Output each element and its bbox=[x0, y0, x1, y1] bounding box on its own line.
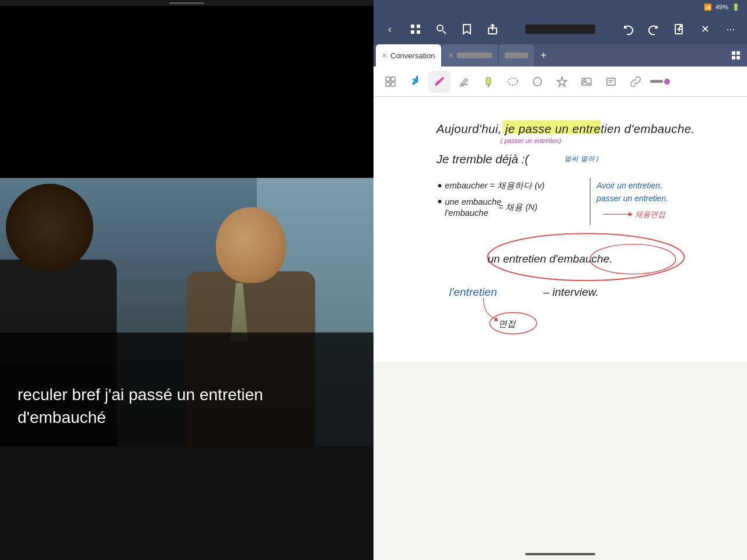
pen-tool[interactable] bbox=[428, 71, 451, 93]
svg-rect-0 bbox=[411, 24, 414, 28]
bookmark-button[interactable] bbox=[456, 19, 477, 40]
note-bottom-area bbox=[374, 362, 747, 560]
bluetooth-indicator bbox=[404, 71, 426, 93]
svg-text:une embauche: une embauche bbox=[445, 197, 501, 206]
link-tool[interactable] bbox=[624, 71, 647, 93]
image-tool[interactable] bbox=[575, 71, 598, 93]
svg-rect-13 bbox=[736, 56, 740, 60]
grid-button[interactable] bbox=[405, 19, 426, 40]
close-button[interactable]: ✕ bbox=[694, 19, 715, 40]
svg-point-4 bbox=[437, 25, 443, 31]
wifi-icon: 📶 bbox=[704, 4, 712, 11]
svg-text:Avoir un entretien.: Avoir un entretien. bbox=[596, 181, 662, 190]
tab-bar: ✕ Conversation ✕ + bbox=[374, 44, 747, 66]
subtitle-bar: reculer bref j'ai passé un entretien d'e… bbox=[0, 332, 374, 446]
svg-rect-26 bbox=[607, 78, 615, 85]
undo-button[interactable] bbox=[617, 19, 638, 40]
nav-title-redacted bbox=[525, 24, 595, 34]
svg-point-22 bbox=[508, 78, 518, 85]
battery-icon: 🔋 bbox=[732, 4, 740, 11]
svg-rect-12 bbox=[732, 56, 735, 60]
svg-text:면접: 면접 bbox=[498, 319, 516, 328]
color-picker[interactable] bbox=[649, 71, 671, 93]
svg-rect-17 bbox=[391, 82, 395, 86]
redo-button[interactable] bbox=[643, 19, 664, 40]
toolbar bbox=[374, 66, 747, 97]
drag-indicator bbox=[169, 2, 204, 4]
svg-point-37 bbox=[438, 200, 442, 203]
svg-marker-44 bbox=[629, 212, 633, 216]
svg-text:( passer un entretien): ( passer un entretien) bbox=[500, 137, 561, 144]
back-button[interactable]: ‹ bbox=[379, 19, 400, 40]
home-indicator bbox=[525, 553, 595, 555]
search-button[interactable] bbox=[431, 19, 452, 40]
status-bar: 📶 49% 🔋 bbox=[374, 0, 747, 14]
svg-point-35 bbox=[438, 184, 442, 187]
eraser-tool[interactable] bbox=[453, 71, 475, 93]
tab-grid-button[interactable] bbox=[727, 44, 745, 66]
tab-3-label-bar bbox=[505, 52, 528, 58]
svg-text:passer un entretien.: passer un entretien. bbox=[596, 194, 668, 203]
tab-add-button[interactable]: + bbox=[535, 44, 553, 66]
svg-rect-14 bbox=[386, 77, 390, 81]
tab-close-conversation[interactable]: ✕ bbox=[382, 52, 387, 60]
video-top-bar bbox=[0, 0, 374, 6]
more-button[interactable]: ··· bbox=[720, 19, 741, 40]
tab-2-label-bar bbox=[457, 52, 492, 58]
video-scene: reculer bref j'ai passé un entretien d'e… bbox=[0, 178, 374, 446]
svg-text:l'embauche: l'embauche bbox=[445, 208, 488, 218]
svg-rect-16 bbox=[386, 82, 390, 86]
tab-close-2[interactable]: ✕ bbox=[448, 52, 453, 60]
tab-conversation[interactable]: ✕ Conversation bbox=[376, 44, 441, 66]
svg-rect-10 bbox=[732, 51, 735, 55]
nav-bar: ‹ bbox=[374, 14, 747, 44]
share-button[interactable] bbox=[482, 19, 503, 40]
svg-text:l'entretien: l'entretien bbox=[449, 285, 497, 298]
svg-text:= 채용 (N): = 채용 (N) bbox=[498, 202, 537, 212]
svg-point-23 bbox=[533, 78, 542, 86]
tab-2[interactable]: ✕ bbox=[442, 44, 498, 66]
svg-text:채용면접: 채용면접 bbox=[635, 210, 666, 219]
svg-rect-3 bbox=[417, 30, 420, 34]
note-canvas: Aujourd'hui, je passe un entretien d'emb… bbox=[374, 97, 747, 362]
svg-text:Je tremble déjà :(: Je tremble déjà :( bbox=[436, 152, 530, 166]
add-page-button[interactable] bbox=[669, 19, 690, 40]
svg-rect-15 bbox=[391, 77, 395, 81]
video-panel: reculer bref j'ai passé un entretien d'e… bbox=[0, 0, 374, 560]
svg-line-5 bbox=[443, 31, 446, 34]
svg-rect-20 bbox=[486, 78, 491, 85]
selection-tool[interactable] bbox=[502, 71, 524, 93]
tab-3[interactable] bbox=[499, 44, 534, 66]
textbox-tool[interactable] bbox=[600, 71, 622, 93]
svg-rect-2 bbox=[411, 30, 414, 34]
highlighter-tool[interactable] bbox=[477, 71, 500, 93]
smart-tool[interactable] bbox=[551, 71, 573, 93]
nav-title-area bbox=[525, 24, 595, 34]
person-left-head bbox=[6, 184, 93, 271]
svg-text:embaucher = 채용하다 (v): embaucher = 채용하다 (v) bbox=[445, 181, 544, 190]
svg-text:벌써 떨려 ): 벌써 떨려 ) bbox=[564, 155, 599, 162]
person-right-head bbox=[216, 207, 286, 283]
battery-status: 49% bbox=[715, 4, 728, 10]
lasso-tool[interactable] bbox=[379, 71, 402, 93]
svg-marker-51 bbox=[494, 317, 498, 321]
note-app-panel: 📶 49% 🔋 ‹ bbox=[374, 0, 747, 560]
svg-rect-11 bbox=[736, 51, 740, 55]
video-black-area bbox=[0, 6, 374, 178]
svg-text:– interview.: – interview. bbox=[543, 285, 599, 298]
svg-rect-1 bbox=[417, 24, 420, 28]
svg-text:Aujourd'hui, je passe un entre: Aujourd'hui, je passe un entretien d'emb… bbox=[435, 122, 695, 135]
subtitle-text: reculer bref j'ai passé un entretien d'e… bbox=[18, 383, 356, 429]
svg-text:un entretien d'embauche.: un entretien d'embauche. bbox=[488, 253, 613, 265]
note-content: Aujourd'hui, je passe un entretien d'emb… bbox=[374, 97, 747, 362]
shapes-tool[interactable] bbox=[526, 71, 549, 93]
tab-label-conversation: Conversation bbox=[390, 51, 435, 60]
